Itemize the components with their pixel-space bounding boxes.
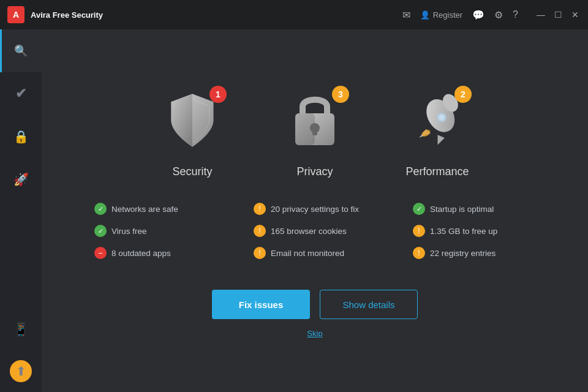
check-icon-startup: ✓: [413, 203, 425, 215]
performance-card: 2: [401, 83, 474, 178]
security-icon-wrapper: 1: [156, 83, 229, 157]
performance-title: Performance: [405, 165, 469, 178]
maximize-button[interactable]: ☐: [552, 10, 564, 20]
cookies-text: 165 browser cookies: [271, 227, 347, 236]
status-row: ✓ Networks are safe ✓ Virus free − 8 out…: [94, 203, 535, 259]
register-label: Register: [433, 10, 462, 20]
cards-row: 1: [156, 83, 474, 178]
sidebar-item-search[interactable]: 🔍: [0, 29, 42, 72]
status-cookies: ! 165 browser cookies: [254, 225, 376, 237]
virus-text: Virus free: [111, 227, 147, 236]
status-privacy-settings: ! 20 privacy settings to fix: [254, 203, 376, 215]
mail-icon[interactable]: ✉: [402, 9, 410, 21]
sidebar-item-privacy[interactable]: 🔒: [0, 115, 42, 158]
titlebar-actions: ✉ 👤 Register 💬 ⚙ ? — ☐ ✕: [402, 9, 581, 21]
warning-icon-cookies: !: [254, 225, 266, 237]
status-email: ! Email not monitored: [254, 247, 376, 259]
titlebar: A Avira Free Security ✉ 👤 Register 💬 ⚙ ?…: [0, 0, 588, 29]
apps-text: 8 outdated apps: [111, 249, 171, 258]
privacy-settings-text: 20 privacy settings to fix: [271, 205, 359, 214]
show-details-button[interactable]: Show details: [320, 290, 418, 319]
privacy-badge: 3: [332, 86, 349, 103]
status-networks-safe: ✓ Networks are safe: [94, 203, 217, 215]
status-startup: ✓ Startup is optimal: [413, 203, 535, 215]
svg-point-9: [439, 115, 445, 121]
user-icon: 👤: [420, 10, 430, 20]
app-name-suffix: Free Security: [50, 10, 103, 20]
check-icon-virus: ✓: [94, 225, 107, 237]
minimize-button[interactable]: —: [535, 10, 546, 20]
warning-icon-disk: !: [413, 225, 425, 237]
status-virus-free: ✓ Virus free: [94, 225, 217, 237]
startup-text: Startup is optimal: [430, 205, 494, 214]
chat-icon[interactable]: 💬: [472, 9, 484, 21]
sidebar: 🔍 ✔ 🔒 🚀 📱 ⬆: [0, 29, 42, 392]
app-name: Avira: [31, 10, 50, 20]
security-status-col: ✓ Networks are safe ✓ Virus free − 8 out…: [94, 203, 217, 259]
close-button[interactable]: ✕: [570, 10, 581, 20]
status-outdated-apps: − 8 outdated apps: [94, 247, 217, 259]
skip-link[interactable]: Skip: [307, 329, 322, 338]
register-button[interactable]: 👤 Register: [420, 10, 462, 20]
device-icon: 📱: [13, 322, 29, 337]
performance-badge: 2: [454, 86, 472, 103]
disk-text: 1.35 GB to free up: [430, 227, 497, 236]
performance-icon-wrapper: 2: [401, 83, 474, 157]
settings-icon[interactable]: ⚙: [494, 9, 503, 21]
rocket-icon: 🚀: [13, 172, 29, 187]
sidebar-item-update[interactable]: ⬆: [0, 350, 42, 392]
warning-icon-registry: !: [413, 247, 425, 259]
warning-icon-privacy: !: [254, 203, 266, 215]
security-title: Security: [172, 165, 212, 178]
check-icon: ✔: [15, 86, 26, 102]
main-layout: 🔍 ✔ 🔒 🚀 📱 ⬆ 1: [0, 29, 588, 392]
svg-marker-7: [437, 135, 444, 145]
privacy-icon-wrapper: 3: [278, 83, 352, 157]
sidebar-item-protection[interactable]: ✔: [0, 72, 42, 115]
window-controls: — ☐ ✕: [535, 10, 581, 20]
app-logo: A: [7, 6, 24, 23]
fix-issues-button[interactable]: Fix issues: [212, 290, 310, 319]
lock-svg: [290, 91, 339, 149]
privacy-title: Privacy: [296, 165, 333, 178]
security-badge: 1: [209, 86, 227, 103]
status-registry: ! 22 registry entries: [413, 247, 535, 259]
search-icon: 🔍: [14, 44, 28, 58]
minus-icon-apps: −: [94, 247, 107, 259]
performance-status-col: ✓ Startup is optimal ! 1.35 GB to free u…: [413, 203, 535, 259]
sidebar-item-device[interactable]: 📱: [0, 309, 42, 350]
update-icon: ⬆: [10, 360, 32, 382]
warning-icon-email: !: [254, 247, 266, 259]
status-disk: ! 1.35 GB to free up: [413, 225, 535, 237]
registry-text: 22 registry entries: [430, 249, 496, 258]
app-title: Avira Free Security: [31, 10, 402, 20]
email-text: Email not monitored: [271, 249, 344, 258]
security-card: 1: [156, 83, 229, 178]
help-icon[interactable]: ?: [513, 9, 518, 20]
svg-rect-3: [312, 128, 317, 135]
lock-icon: 🔒: [13, 129, 29, 144]
content-area: 1: [42, 29, 588, 392]
sidebar-bottom: 📱 ⬆: [0, 309, 42, 392]
sidebar-item-performance[interactable]: 🚀: [0, 158, 42, 201]
networks-text: Networks are safe: [111, 205, 178, 214]
buttons-row: Fix issues Show details: [212, 290, 418, 319]
privacy-status-col: ! 20 privacy settings to fix ! 165 brows…: [254, 203, 376, 259]
privacy-card: 3: [278, 83, 352, 178]
check-icon-networks: ✓: [94, 203, 107, 215]
